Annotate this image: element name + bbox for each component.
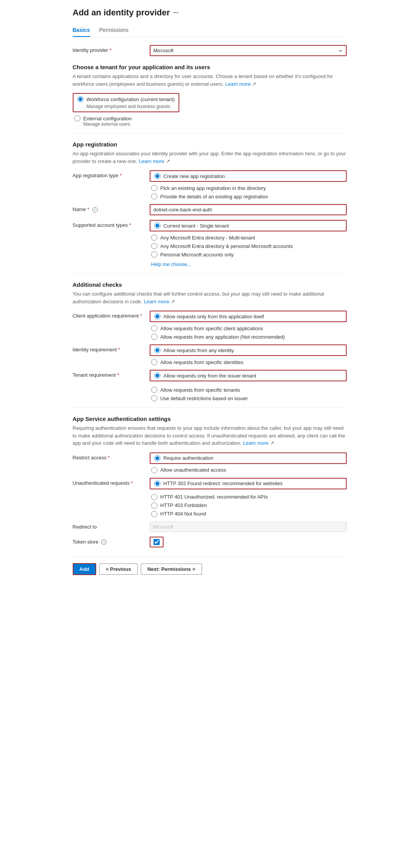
tenant-section-title: Choose a tenant for your application and… xyxy=(73,64,347,70)
tab-basics[interactable]: Basics xyxy=(73,24,90,37)
external-option-container: External configuration Manage external u… xyxy=(74,115,347,127)
token-store-checkbox[interactable] xyxy=(154,539,160,545)
additional-checks-desc: You can configure additional checks that… xyxy=(73,290,347,305)
client-req-label: Client application requirement * xyxy=(73,311,150,319)
previous-button[interactable]: < Previous xyxy=(99,564,138,575)
any-app-label[interactable]: Allow requests from any application (Not… xyxy=(151,334,347,340)
workforce-radio[interactable] xyxy=(77,96,83,102)
client-req-control: Allow requests only from this applicatio… xyxy=(150,311,347,340)
auth-settings-learn-more[interactable]: Learn more xyxy=(243,440,269,446)
multi-personal-radio[interactable] xyxy=(151,243,157,249)
issuer-tenant-label[interactable]: Allow requests only from the issuer tena… xyxy=(154,372,256,379)
app-itself-label[interactable]: Allow requests only from this applicatio… xyxy=(154,313,264,319)
redirect-to-label: Redirect to xyxy=(73,522,150,530)
provide-details-radio-label[interactable]: Provide the details of an existing app r… xyxy=(151,193,347,200)
pick-existing-radio[interactable] xyxy=(151,185,157,191)
identity-req-row: Identity requirement * Allow requests fr… xyxy=(73,344,347,365)
identity-provider-select[interactable]: Microsoft xyxy=(150,46,346,55)
redirect-select-wrapper: Microsoft xyxy=(150,522,347,532)
restrict-access-label: Restrict access * xyxy=(73,452,150,461)
http302-radio[interactable] xyxy=(154,481,160,487)
app-reg-type-row: App registration type * Create new app r… xyxy=(73,170,347,200)
external-radio-label[interactable]: External configuration xyxy=(74,115,347,121)
additional-checks-title: Additional checks xyxy=(73,281,347,288)
http401-radio[interactable] xyxy=(151,494,157,500)
http404-radio[interactable] xyxy=(151,511,157,517)
multi-tenant-label[interactable]: Any Microsoft Entra directory - Multi-te… xyxy=(151,234,347,241)
multi-tenant-radio[interactable] xyxy=(151,234,157,241)
default-issuer-label[interactable]: Use default restrictions based on issuer xyxy=(151,395,347,401)
create-new-radio-label[interactable]: Create new app registration xyxy=(154,173,225,179)
app-reg-learn-more-link[interactable]: Learn more xyxy=(139,158,164,164)
app-itself-radio[interactable] xyxy=(154,313,160,319)
any-identity-radio[interactable] xyxy=(154,347,160,353)
require-auth-text: Require authentication xyxy=(164,455,214,461)
specific-tenants-radio[interactable] xyxy=(151,387,157,393)
identity-req-options: Allow requests from any identity Allow r… xyxy=(150,344,347,365)
allow-unauth-label[interactable]: Allow unauthenticated access xyxy=(151,467,347,473)
personal-only-label[interactable]: Personal Microsoft accounts only xyxy=(151,251,347,258)
current-tenant-label[interactable]: Current tenant - Single tenant xyxy=(154,223,229,229)
http404-label[interactable]: HTTP 404 Not found xyxy=(151,511,347,517)
additional-checks-learn-more[interactable]: Learn more xyxy=(144,299,169,304)
name-input[interactable] xyxy=(150,204,347,215)
any-identity-label[interactable]: Allow requests from any identity xyxy=(154,347,234,353)
unauth-requests-row: Unauthenticated requests * HTTP 302 Foun… xyxy=(73,478,347,517)
name-label: Name * i xyxy=(73,204,150,213)
http403-label[interactable]: HTTP 403 Forbidden xyxy=(151,502,347,509)
provide-details-radio[interactable] xyxy=(151,193,157,200)
any-identity-text: Allow requests from any identity xyxy=(164,348,234,353)
unauth-requests-control: HTTP 302 Found redirect: recommended for… xyxy=(150,478,347,517)
name-control xyxy=(150,204,347,215)
identity-provider-control: Microsoft xyxy=(150,45,347,56)
add-button[interactable]: Add xyxy=(73,563,96,575)
unauth-requests-label: Unauthenticated requests * xyxy=(73,478,150,486)
issuer-tenant-radio[interactable] xyxy=(154,372,160,379)
name-info-icon[interactable]: i xyxy=(92,207,98,213)
tenant-learn-more-link[interactable]: Learn more xyxy=(225,81,250,87)
specific-identities-radio[interactable] xyxy=(151,359,157,365)
multi-tenant-text: Any Microsoft Entra directory - Multi-te… xyxy=(160,235,255,241)
personal-only-radio[interactable] xyxy=(151,251,157,258)
workforce-radio-label[interactable]: Workforce configuration (current tenant) xyxy=(77,96,175,102)
footer-bar: Add < Previous Next: Permissions > xyxy=(73,557,347,581)
next-button[interactable]: Next: Permissions > xyxy=(141,564,202,575)
http302-text: HTTP 302 Found redirect: recommended for… xyxy=(164,481,283,486)
personal-only-text: Personal Microsoft accounts only xyxy=(160,252,234,258)
workforce-option-box: Workforce configuration (current tenant)… xyxy=(73,93,180,112)
multi-personal-text: Any Microsoft Entra directory & personal… xyxy=(160,243,293,249)
help-choose-link[interactable]: Help me choose... xyxy=(151,261,347,267)
token-store-info-icon[interactable]: i xyxy=(101,539,107,545)
require-auth-label[interactable]: Require authentication xyxy=(154,455,214,461)
identity-provider-label: Identity provider * xyxy=(73,45,150,53)
specific-apps-label[interactable]: Allow requests from specific client appl… xyxy=(151,325,347,331)
http302-label[interactable]: HTTP 302 Found redirect: recommended for… xyxy=(154,481,283,487)
allow-unauth-radio[interactable] xyxy=(151,467,157,473)
http403-radio[interactable] xyxy=(151,502,157,509)
restrict-access-row: Restrict access * Require authentication… xyxy=(73,452,347,473)
default-issuer-text: Use default restrictions based on issuer xyxy=(160,396,248,401)
auth-settings-title: App Service authentication settings xyxy=(73,416,347,422)
specific-identities-label[interactable]: Allow requests from specific identities xyxy=(151,359,347,365)
http401-label[interactable]: HTTP 401 Unauthorized: recommended for A… xyxy=(151,494,347,500)
default-issuer-radio[interactable] xyxy=(151,395,157,401)
pick-existing-radio-label[interactable]: Pick an existing app registration in thi… xyxy=(151,185,347,191)
provide-details-label: Provide the details of an existing app r… xyxy=(160,194,268,200)
specific-apps-radio[interactable] xyxy=(151,325,157,331)
any-app-radio[interactable] xyxy=(151,334,157,340)
specific-tenants-label[interactable]: Allow requests from specific tenants xyxy=(151,387,347,393)
tab-permissions[interactable]: Permissions xyxy=(99,24,129,37)
require-auth-radio[interactable] xyxy=(154,455,160,461)
specific-identities-text: Allow requests from specific identities xyxy=(160,359,244,365)
external-radio[interactable] xyxy=(74,115,80,121)
issuer-tenant-text: Allow requests only from the issuer tena… xyxy=(164,373,256,379)
more-options-icon[interactable]: ··· xyxy=(173,9,179,17)
current-tenant-radio[interactable] xyxy=(154,223,160,229)
app-itself-text: Allow requests only from this applicatio… xyxy=(164,314,264,319)
multi-personal-label[interactable]: Any Microsoft Entra directory & personal… xyxy=(151,243,347,249)
tenant-section-desc: A tenant contains applications and a dir… xyxy=(73,73,347,88)
tenant-options: Workforce configuration (current tenant)… xyxy=(73,93,347,127)
token-store-label: Token store i xyxy=(73,537,150,545)
any-app-text: Allow requests from any application (Not… xyxy=(160,334,285,340)
create-new-radio[interactable] xyxy=(154,173,160,179)
